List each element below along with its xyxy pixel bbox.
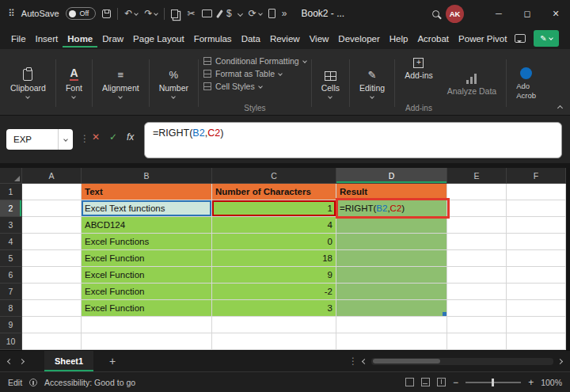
document-icon[interactable]: [268, 9, 276, 18]
row-header-1[interactable]: 1: [0, 184, 22, 200]
cell-D9[interactable]: [336, 317, 447, 333]
tab-home[interactable]: Home: [63, 29, 97, 48]
row-header-5[interactable]: 5: [0, 250, 22, 267]
zoom-level[interactable]: 100%: [541, 378, 562, 387]
app-grip-icon[interactable]: ⠿: [8, 9, 15, 18]
cell-B9[interactable]: [82, 317, 212, 333]
name-box-dropdown[interactable]: [58, 129, 73, 150]
tab-file[interactable]: File: [6, 29, 31, 48]
analyze-data-button[interactable]: Analyze Data: [443, 67, 501, 100]
row-header-9[interactable]: 9: [0, 317, 22, 333]
tab-developer[interactable]: Developer: [333, 29, 384, 48]
col-header-D[interactable]: D: [336, 168, 447, 184]
editing-button[interactable]: ✎Editing: [355, 64, 390, 102]
copy-icon[interactable]: [171, 10, 178, 18]
tab-formulas[interactable]: Formulas: [189, 29, 237, 48]
col-header-C[interactable]: C: [212, 168, 336, 184]
tab-insert[interactable]: Insert: [31, 29, 63, 48]
zoom-slider-thumb[interactable]: [492, 379, 494, 386]
cell-F1[interactable]: [507, 184, 566, 200]
name-box[interactable]: EXP: [6, 129, 73, 150]
zoom-slider[interactable]: [466, 382, 521, 383]
cell-B5[interactable]: Excel Function: [82, 250, 212, 267]
cell-F5[interactable]: [507, 250, 566, 267]
cell-D8[interactable]: [336, 300, 447, 317]
cell-D6[interactable]: [336, 267, 447, 284]
tab-review[interactable]: Review: [265, 29, 305, 48]
cell-A1[interactable]: [22, 184, 82, 200]
cell-C3[interactable]: 4: [212, 217, 336, 234]
accessibility-status[interactable]: Accessibility: Good to go: [44, 378, 135, 387]
tab-view[interactable]: View: [305, 29, 334, 48]
cell-C9[interactable]: [212, 317, 336, 333]
cell-A8[interactable]: [22, 300, 82, 317]
cell-D7[interactable]: [336, 284, 447, 300]
cell-B1[interactable]: Text: [82, 184, 212, 200]
cell-B3[interactable]: ABCD124: [82, 217, 212, 234]
cell-E7[interactable]: [447, 284, 507, 300]
col-header-E[interactable]: E: [447, 168, 507, 184]
select-all-button[interactable]: [0, 168, 22, 184]
chevron-down-icon[interactable]: [238, 10, 243, 16]
cell-F6[interactable]: [507, 267, 566, 284]
cell-B10[interactable]: [82, 333, 212, 350]
cell-A10[interactable]: [22, 333, 82, 350]
cut-icon[interactable]: ✂: [187, 9, 195, 18]
cell-styles-button[interactable]: Cell Styles: [203, 82, 306, 91]
next-sheet-icon[interactable]: [19, 358, 25, 363]
row-header-8[interactable]: 8: [0, 300, 22, 317]
maximize-button[interactable]: ◻: [513, 0, 542, 27]
page-break-view-icon[interactable]: [437, 378, 446, 386]
cell-C7[interactable]: -2: [212, 284, 336, 300]
cell-C4[interactable]: 0: [212, 234, 336, 250]
adobe-acrobat-button[interactable]: AdoAcrob: [511, 63, 541, 105]
cell-C5[interactable]: 18: [212, 250, 336, 267]
col-header-F[interactable]: F: [507, 168, 566, 184]
cell-C1[interactable]: Number of Characters: [212, 184, 336, 200]
cell-E2[interactable]: [447, 200, 507, 217]
tab-power-pivot[interactable]: Power Pivot: [454, 29, 511, 48]
cell-E9[interactable]: [447, 317, 507, 333]
page-layout-view-icon[interactable]: [421, 378, 430, 386]
tab-data[interactable]: Data: [237, 29, 265, 48]
cell-D10[interactable]: [336, 333, 447, 350]
scrollbar-grip-icon[interactable]: ⋮: [348, 356, 358, 367]
cells-button[interactable]: Cells: [317, 64, 344, 102]
enter-icon[interactable]: ✓: [109, 132, 117, 142]
currency-format-icon[interactable]: $: [226, 9, 232, 18]
refresh-button[interactable]: ⟳: [249, 9, 262, 18]
cell-D5[interactable]: [336, 250, 447, 267]
add-sheet-icon[interactable]: +: [109, 356, 116, 367]
cell-A5[interactable]: [22, 250, 82, 267]
cell-B2[interactable]: Excel Text functions: [82, 200, 212, 217]
cell-A9[interactable]: [22, 317, 82, 333]
add-ins-button[interactable]: Add-ins: [400, 51, 438, 84]
sheet-tab-sheet1[interactable]: Sheet1: [44, 351, 93, 371]
tab-draw[interactable]: Draw: [97, 29, 128, 48]
cell-D2-active[interactable]: =RIGHT(B2,C2): [336, 200, 447, 217]
font-button[interactable]: AFont: [61, 64, 87, 102]
cell-C2[interactable]: 1: [212, 200, 336, 217]
tab-help[interactable]: Help: [385, 29, 413, 48]
cell-F9[interactable]: [507, 317, 566, 333]
insert-function-icon[interactable]: fx: [127, 132, 134, 142]
format-painter-icon[interactable]: [216, 10, 222, 17]
formula-input[interactable]: =RIGHT(B2,C2): [144, 122, 562, 158]
col-header-B[interactable]: B: [82, 168, 212, 184]
cell-A3[interactable]: [22, 217, 82, 234]
format-as-table-button[interactable]: Format as Table: [203, 69, 306, 78]
toolbar-overflow-icon[interactable]: »: [282, 9, 287, 18]
row-header-7[interactable]: 7: [0, 284, 22, 300]
share-button[interactable]: ✎: [534, 30, 559, 47]
cell-B4[interactable]: Excel Functions: [82, 234, 212, 250]
normal-view-icon[interactable]: [405, 378, 414, 386]
row-header-2[interactable]: 2: [0, 200, 22, 217]
cancel-icon[interactable]: ✕: [92, 132, 100, 142]
redo-button[interactable]: ↷: [144, 9, 158, 18]
search-icon[interactable]: [432, 10, 439, 17]
zoom-out-icon[interactable]: −: [453, 378, 458, 387]
avatar[interactable]: AK: [446, 5, 464, 23]
cell-C10[interactable]: [212, 333, 336, 350]
number-button[interactable]: %Number: [154, 64, 193, 102]
row-header-3[interactable]: 3: [0, 217, 22, 234]
